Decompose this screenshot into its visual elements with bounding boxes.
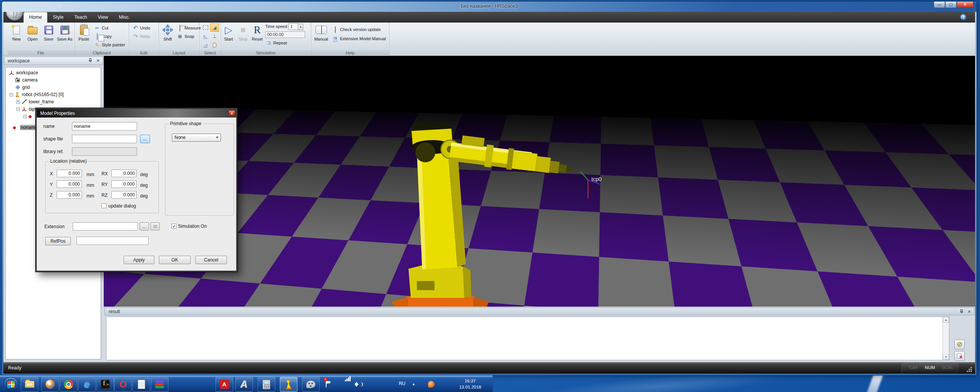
tray-clock[interactable]: 16:37 13.01.2018 bbox=[459, 378, 481, 390]
ry-input[interactable] bbox=[111, 180, 137, 188]
taskbar-internet-explorer[interactable]: e bbox=[78, 377, 96, 392]
save-button[interactable]: Save bbox=[41, 23, 57, 49]
clear-result-button[interactable]: ✕ bbox=[954, 351, 965, 361]
model-manual-button[interactable]: ? Extensive Model Manual bbox=[332, 35, 386, 42]
update-dialog-checkbox[interactable] bbox=[101, 203, 106, 208]
extension-input[interactable] bbox=[73, 222, 138, 230]
primitive-shape-select[interactable]: None ▼ bbox=[172, 134, 221, 142]
copy-button[interactable]: Copy bbox=[94, 33, 112, 40]
select-pan-hand-icon[interactable] bbox=[210, 41, 219, 49]
taskbar-adobe-reader[interactable]: A bbox=[216, 377, 233, 392]
tab-home[interactable]: Home bbox=[23, 12, 47, 23]
apply-button[interactable]: Apply bbox=[124, 256, 154, 264]
open-button[interactable]: Open bbox=[24, 23, 41, 49]
select-rotate-icon[interactable]: ◢ bbox=[210, 23, 219, 32]
collapse-icon[interactable]: − bbox=[10, 93, 13, 96]
shift-button[interactable]: Shift bbox=[160, 23, 176, 49]
cancel-button[interactable]: Cancel bbox=[195, 256, 227, 264]
start-button[interactable] bbox=[4, 377, 18, 391]
select-axis-icon[interactable]: ⊥ bbox=[210, 32, 219, 41]
x-input[interactable] bbox=[57, 170, 82, 177]
titlebar[interactable]: ▾ Без названия - HRSpace3 — ▢ ✕ bbox=[2, 2, 977, 12]
resize-grip[interactable] bbox=[967, 367, 972, 372]
manual-button[interactable]: Manual bbox=[312, 23, 330, 49]
extension-list-button[interactable] bbox=[150, 222, 160, 230]
minimize-button[interactable]: — bbox=[934, 2, 945, 8]
taskbar-chrome[interactable] bbox=[60, 377, 77, 392]
close-panel-icon[interactable]: ✕ bbox=[967, 309, 972, 314]
tab-misc[interactable]: Misc. bbox=[113, 12, 135, 23]
close-button[interactable]: ✕ bbox=[957, 2, 973, 8]
refpos-input[interactable] bbox=[77, 237, 149, 245]
pin-icon[interactable] bbox=[88, 58, 93, 63]
paste-button[interactable]: Paste bbox=[76, 23, 92, 49]
cut-button[interactable]: ✂ Cut bbox=[94, 24, 108, 32]
taskbar-windows-explorer[interactable] bbox=[21, 377, 38, 392]
rz-input[interactable] bbox=[111, 191, 137, 199]
taskbar-media-player[interactable] bbox=[41, 377, 59, 392]
undo-button[interactable]: ↶ Undo bbox=[132, 24, 150, 32]
save-as-button[interactable]: ✎ Save As bbox=[57, 23, 73, 49]
quick-access-caret-icon[interactable]: ▾ bbox=[59, 4, 60, 8]
tree-item-robot[interactable]: − robot (HS165-02) [0] bbox=[7, 91, 100, 98]
taskbar-hrspace-active[interactable] bbox=[280, 377, 297, 392]
taskbar-calculator[interactable] bbox=[258, 377, 275, 392]
language-indicator[interactable]: RU bbox=[399, 381, 405, 386]
taskbar-opera[interactable]: O bbox=[114, 377, 132, 392]
taskbar-notepad[interactable] bbox=[132, 377, 150, 392]
maximize-button[interactable]: ▢ bbox=[945, 2, 957, 8]
reset-button[interactable]: R Reset bbox=[250, 23, 265, 49]
avast-icon[interactable] bbox=[428, 381, 435, 388]
time-speed-dropdown-icon[interactable]: ▼ bbox=[298, 24, 303, 30]
tree-item-lower-frame[interactable]: + lower_frame bbox=[7, 98, 100, 105]
new-button[interactable]: ✷ New bbox=[8, 23, 24, 49]
stop-button[interactable]: ■ Stop bbox=[236, 23, 250, 49]
tree-item-camera[interactable]: camera bbox=[7, 77, 100, 83]
taskbar-flash-tool[interactable] bbox=[96, 377, 114, 392]
pin-icon[interactable] bbox=[959, 309, 964, 314]
measure-button[interactable]: Measure bbox=[176, 24, 201, 32]
clear-block-button[interactable]: ⊘ bbox=[954, 340, 965, 350]
repeat-checkbox[interactable]: ⊐ Repeat bbox=[265, 39, 310, 47]
shape-file-input[interactable] bbox=[72, 135, 137, 143]
select-angle-icon[interactable]: ◺ bbox=[201, 32, 210, 41]
expand-icon[interactable]: + bbox=[16, 100, 20, 104]
taskbar-paint[interactable] bbox=[302, 377, 320, 392]
tray-expand-icon[interactable]: ▲ bbox=[412, 382, 415, 386]
y-input[interactable] bbox=[57, 180, 82, 188]
check-update-button[interactable]: Check version update bbox=[332, 26, 381, 33]
shape-file-browse-button[interactable]: ... bbox=[140, 135, 150, 143]
taskbar-winrar[interactable] bbox=[151, 377, 168, 392]
scroll-up-icon[interactable]: ▲ bbox=[943, 317, 949, 323]
collapse-icon[interactable]: − bbox=[23, 115, 27, 118]
ok-button[interactable]: OK bbox=[159, 256, 191, 264]
refpos-button[interactable]: RefPos bbox=[45, 237, 71, 245]
select-area-icon[interactable] bbox=[201, 23, 210, 32]
taskbar-autoruns[interactable]: A bbox=[235, 377, 253, 392]
tab-view[interactable]: View bbox=[93, 12, 114, 23]
rx-input[interactable] bbox=[111, 170, 137, 177]
start-button[interactable]: ▷ Start bbox=[222, 23, 235, 49]
time-speed-input[interactable]: 1 bbox=[288, 23, 298, 30]
close-panel-icon[interactable]: ✕ bbox=[96, 58, 100, 63]
app-menu-orb[interactable] bbox=[6, 12, 23, 21]
dialog-titlebar[interactable]: Model Properties x bbox=[37, 109, 236, 118]
collapse-icon[interactable]: − bbox=[16, 108, 20, 111]
tab-teach[interactable]: Teach bbox=[69, 12, 92, 23]
result-scrollbar[interactable]: ▲ ▼ bbox=[942, 317, 949, 360]
name-input[interactable] bbox=[72, 122, 137, 131]
scroll-down-icon[interactable]: ▼ bbox=[943, 354, 949, 360]
redo-button[interactable]: ↷ Redo bbox=[132, 33, 150, 40]
style-painter-button[interactable]: ✎ Style painter bbox=[94, 41, 125, 49]
result-output[interactable]: ▲ ▼ bbox=[106, 317, 949, 360]
snap-button[interactable]: ⊗ Snap bbox=[176, 33, 194, 40]
tree-item-grid[interactable]: grid bbox=[7, 84, 100, 91]
tab-style[interactable]: Style bbox=[47, 12, 69, 23]
tree-item-workspace[interactable]: workspace bbox=[7, 69, 100, 76]
select-triangle-icon[interactable]: ◿ bbox=[201, 41, 210, 49]
z-input[interactable] bbox=[57, 191, 82, 199]
help-icon[interactable]: ? bbox=[960, 14, 967, 20]
simulation-on-checkbox[interactable]: ✓ bbox=[172, 224, 176, 229]
dialog-close-icon[interactable]: x bbox=[229, 110, 235, 116]
extension-browse-button[interactable]: ... bbox=[140, 222, 149, 230]
